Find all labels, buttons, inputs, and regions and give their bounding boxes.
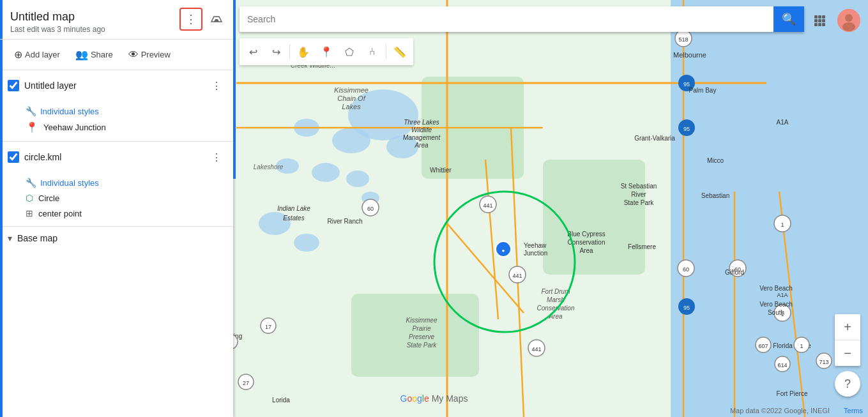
yeehaw-junction-item[interactable]: 📍 Yeehaw Junction	[26, 119, 225, 136]
shape-button[interactable]: ⬠	[339, 41, 360, 63]
svg-point-12	[294, 234, 319, 252]
crosshair-icon: ⊞	[26, 208, 33, 218]
preview-button[interactable]: 👁 Preview	[122, 45, 177, 64]
apps-button[interactable]	[807, 8, 832, 33]
apps-icon	[813, 14, 826, 27]
center-point-item[interactable]: ⊞ center point	[26, 206, 225, 221]
search-button[interactable]: 🔍	[773, 6, 804, 32]
svg-text:Melbourne: Melbourne	[673, 51, 706, 59]
header-icons: ⋮	[179, 8, 228, 31]
toolbar: ↩ ↪ ✋ 📍 ⬠ ⑃ 📏	[240, 38, 413, 65]
sidebar-header: Untitled map Last edit was 3 minutes ago…	[0, 0, 233, 40]
svg-text:Lorida: Lorida	[272, 397, 290, 404]
svg-text:Preserve: Preserve	[409, 333, 434, 340]
help-button[interactable]: ?	[835, 371, 860, 397]
svg-text:Sebastian: Sebastian	[701, 192, 729, 199]
svg-rect-2	[735, 64, 862, 319]
add-layer-button[interactable]: ⊕ Add layer	[8, 45, 66, 64]
svg-text:State Park: State Park	[624, 199, 655, 206]
svg-text:Fellsmere: Fellsmere	[628, 243, 656, 250]
toolbar-divider-1	[289, 44, 290, 59]
preview-icon: 👁	[128, 49, 139, 61]
drive-icon	[210, 13, 223, 26]
svg-text:A1A: A1A	[777, 119, 789, 126]
svg-point-149	[842, 22, 855, 31]
svg-rect-143	[822, 19, 825, 22]
svg-text:1: 1	[780, 222, 784, 228]
zoom-in-button[interactable]: +	[835, 314, 860, 340]
svg-text:Vero Beach: Vero Beach	[759, 285, 793, 292]
layer-untitled-checkbox[interactable]	[8, 80, 19, 91]
top-bar: 🔍	[240, 6, 804, 32]
svg-text:95: 95	[683, 305, 690, 311]
toolbar-divider-2	[386, 44, 386, 59]
svg-text:518: 518	[678, 36, 688, 43]
svg-text:713: 713	[819, 359, 828, 365]
action-bar: ⊕ Add layer 👥 Share 👁 Preview	[0, 40, 233, 70]
svg-text:17: 17	[265, 324, 271, 330]
svg-text:Three Lakes: Three Lakes	[404, 119, 439, 126]
svg-text:Palm Bay: Palm Bay	[689, 87, 717, 94]
measure-icon: 📏	[393, 46, 406, 58]
undo-icon: ↩	[249, 46, 257, 58]
layer-circle-kml-checkbox[interactable]	[8, 151, 19, 163]
route-button[interactable]: ⑃	[362, 41, 383, 63]
base-map-section[interactable]: ▾ Base map	[0, 227, 233, 250]
svg-text:Fort Pierce: Fort Pierce	[777, 390, 808, 397]
svg-text:Area: Area	[414, 142, 429, 149]
individual-styles-link-1[interactable]: 🔧 Individual styles	[26, 103, 225, 119]
style-icon-1: 🔧	[26, 106, 36, 116]
svg-text:A1A: A1A	[777, 292, 788, 298]
undo-button[interactable]: ↩	[242, 41, 264, 63]
redo-icon: ↪	[272, 46, 280, 58]
svg-text:Junction: Junction	[524, 250, 547, 257]
individual-styles-link-2[interactable]: 🔧 Individual styles	[26, 175, 225, 190]
svg-rect-145	[818, 23, 821, 26]
add-layer-icon: ⊕	[14, 49, 22, 61]
avatar-image	[837, 9, 860, 32]
svg-text:Wildlife: Wildlife	[411, 126, 432, 133]
pin-icon: 📍	[26, 121, 38, 133]
layer-untitled-menu-button[interactable]: ⋮	[208, 77, 225, 95]
layer-untitled-content: 🔧 Individual styles 📍 Yeehaw Junction	[0, 101, 233, 141]
layer-untitled: Untitled layer ⋮ 🔧 Individual styles 📍 Y…	[0, 70, 233, 142]
svg-rect-138	[814, 15, 818, 19]
svg-point-9	[346, 171, 369, 187]
svg-text:Lakeshore: Lakeshore	[254, 163, 284, 171]
svg-text:Kissimmee: Kissimmee	[406, 317, 438, 324]
svg-text:Lakes: Lakes	[342, 103, 361, 110]
layer-circle-kml-header[interactable]: circle.kml ⋮	[0, 142, 233, 172]
base-map-arrow-icon: ▾	[8, 233, 12, 243]
layers-container: Untitled layer ⋮ 🔧 Individual styles 📍 Y…	[0, 70, 233, 417]
pan-button[interactable]: ✋	[293, 41, 314, 63]
share-button[interactable]: 👥 Share	[69, 45, 119, 64]
pan-icon: ✋	[297, 46, 310, 58]
search-input[interactable]	[240, 14, 773, 24]
layer-circle-kml-content: 🔧 Individual styles ⬡ Circle ⊞ center po…	[0, 172, 233, 226]
svg-text:Micco: Micco	[707, 157, 724, 164]
redo-button[interactable]: ↪	[265, 41, 287, 63]
save-to-drive-button[interactable]	[205, 8, 228, 31]
svg-point-4	[332, 128, 370, 153]
svg-text:441: 441	[531, 346, 541, 353]
layer-untitled-header[interactable]: Untitled layer ⋮	[0, 70, 233, 101]
svg-rect-146	[822, 23, 825, 26]
user-avatar-button[interactable]	[837, 9, 860, 32]
route-icon: ⑃	[369, 46, 376, 57]
circle-item[interactable]: ⬡ Circle	[26, 190, 225, 206]
layer-circle-kml-menu-button[interactable]: ⋮	[208, 148, 225, 166]
svg-rect-141	[814, 19, 818, 22]
terms-link[interactable]: Terms	[844, 407, 863, 414]
marker-button[interactable]: 📍	[316, 41, 337, 63]
layer-circle-kml: circle.kml ⋮ 🔧 Individual styles ⬡ Circl…	[0, 142, 233, 227]
map-options-button[interactable]: ⋮	[179, 8, 202, 31]
zoom-out-button[interactable]: −	[835, 340, 860, 366]
svg-text:Vero Beach: Vero Beach	[759, 301, 793, 308]
sidebar-accent	[0, 0, 3, 417]
svg-point-8	[312, 163, 340, 182]
style-icon-2: 🔧	[26, 178, 36, 188]
svg-text:Area: Area	[579, 247, 593, 254]
svg-text:441: 441	[512, 273, 522, 279]
copyright: Map data ©2022 Google, INEGI	[730, 407, 830, 414]
measure-button[interactable]: 📏	[389, 41, 411, 63]
